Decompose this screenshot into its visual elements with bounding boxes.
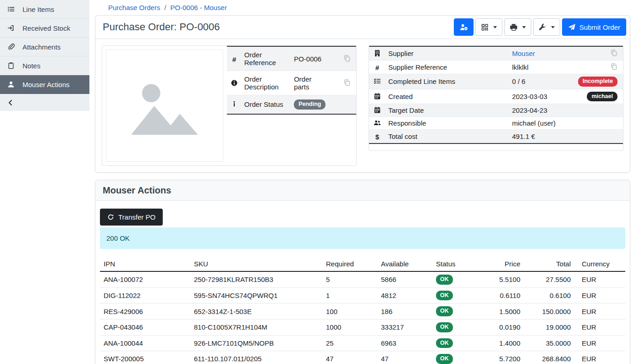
order-details-table: #Order ReferencePO-0006Order Description… bbox=[227, 46, 356, 115]
cell-sku: 810-C1005X7R1H104M bbox=[190, 319, 322, 335]
image-placeholder-icon bbox=[128, 72, 201, 139]
detail-row-target-date: Target Date2023-04-23 bbox=[369, 104, 623, 117]
table-row: DIG-112022595-SN74HCS74QPWRQ114812OK0.61… bbox=[100, 287, 625, 303]
breadcrumb: Purchase Orders/PO-0006 - Mouser bbox=[95, 3, 630, 15]
column-header-sku: SKU bbox=[190, 257, 322, 271]
list-check-icon bbox=[374, 77, 381, 85]
user-icon bbox=[7, 81, 15, 88]
users-icon bbox=[374, 119, 381, 127]
table-row: SWT-200005611-110.107.011/02054747OK5.72… bbox=[100, 351, 625, 364]
cell-sku: 611-110.107.011/0205 bbox=[190, 351, 322, 364]
detail-label: Supplier Reference bbox=[386, 61, 509, 74]
cell-currency: EUR bbox=[574, 335, 625, 351]
sidebar-item-notes[interactable]: Notes bbox=[0, 56, 89, 75]
cell-required: 1000 bbox=[322, 319, 377, 335]
submit-order-button[interactable]: Submit Order bbox=[562, 18, 626, 36]
copy-icon[interactable] bbox=[610, 63, 617, 70]
button-label: Submit Order bbox=[579, 23, 620, 31]
detail-row-extra bbox=[328, 95, 356, 114]
breadcrumb-separator: / bbox=[164, 4, 166, 11]
cell-sku: 652-3314Z-1-503E bbox=[190, 303, 322, 320]
detail-row-created: Created2023-03-03michael bbox=[369, 89, 623, 104]
copy-icon[interactable] bbox=[610, 49, 617, 56]
user-check-icon bbox=[460, 23, 468, 31]
page-title: Purchase Order: PO-0006 bbox=[103, 21, 220, 33]
detail-row-extra: michael bbox=[575, 89, 623, 104]
detail-label: Order Reference bbox=[242, 46, 291, 71]
mouser-actions-panel-header: Mouser Actions bbox=[95, 180, 630, 201]
cell-total: 150.0000 bbox=[524, 303, 574, 320]
clipboard-icon bbox=[7, 62, 15, 69]
detail-label: Completed Line Items bbox=[386, 74, 509, 89]
sidebar-item-label: Line Items bbox=[22, 6, 54, 13]
cell-total: 35.0000 bbox=[524, 335, 574, 351]
detail-label: Supplier bbox=[386, 46, 509, 61]
detail-value-link[interactable]: Mouser bbox=[512, 50, 535, 57]
caret-down-icon bbox=[551, 26, 555, 28]
paperclip-icon bbox=[7, 43, 15, 50]
detail-row-completed-line-items: Completed Line Items0 / 6Incomplete bbox=[369, 74, 623, 89]
detail-row-extra bbox=[328, 46, 356, 71]
cell-status: OK bbox=[432, 287, 478, 303]
detail-row-order-status: Order StatusPending bbox=[227, 95, 356, 114]
qrcode-icon bbox=[481, 23, 489, 31]
copy-icon[interactable] bbox=[343, 79, 351, 86]
main-content: Purchase Orders/PO-0006 - Mouser Purchas… bbox=[89, 0, 634, 364]
column-header-status: Status bbox=[432, 257, 478, 271]
app-window: Line ItemsReceived StockAttachmentsNotes… bbox=[0, 0, 634, 364]
detail-label: Responsible bbox=[386, 117, 509, 130]
ok-status-badge: OK bbox=[436, 354, 453, 364]
barcode-actions-menu[interactable] bbox=[475, 18, 502, 36]
calendar-icon bbox=[374, 106, 381, 114]
breadcrumb-link-purchase-orders[interactable]: Purchase Orders bbox=[108, 4, 160, 11]
sidebar-item-label: Notes bbox=[22, 62, 40, 70]
cell-price: 0.0190 bbox=[478, 319, 524, 335]
printer-icon bbox=[510, 23, 518, 31]
breadcrumb-link-po-0006-mouser[interactable]: PO-0006 - Mouser bbox=[171, 4, 227, 11]
cell-status: OK bbox=[432, 335, 478, 351]
detail-row-order-reference: #Order ReferencePO-0006 bbox=[227, 46, 356, 71]
chevron-left-icon bbox=[7, 99, 14, 106]
ok-status-badge: OK bbox=[436, 338, 453, 348]
order-actions-menu[interactable] bbox=[533, 18, 560, 36]
detail-label: Total cost bbox=[386, 130, 509, 144]
column-header-price: Price bbox=[478, 257, 524, 271]
detail-value: Mouser bbox=[509, 46, 575, 61]
detail-row-responsible: Responsiblemichael (user) bbox=[369, 117, 623, 130]
print-actions-menu[interactable] bbox=[504, 18, 531, 36]
ok-status-badge: OK bbox=[436, 322, 453, 332]
detail-row-extra bbox=[575, 104, 623, 117]
ok-status-badge: OK bbox=[436, 291, 453, 301]
sidebar-item-received-stock[interactable]: Received Stock bbox=[0, 19, 89, 38]
status-badge: Pending bbox=[294, 99, 325, 110]
detail-value: Order parts bbox=[291, 71, 328, 95]
transfer-po-button[interactable]: Transfer PO bbox=[100, 209, 163, 226]
cell-currency: EUR bbox=[574, 351, 625, 364]
cell-currency: EUR bbox=[574, 287, 625, 303]
detail-value: 2023-04-23 bbox=[509, 104, 575, 117]
calendar-icon bbox=[374, 93, 381, 100]
user-roles-button[interactable] bbox=[454, 18, 474, 36]
sidebar-item-line-items[interactable]: Line Items bbox=[0, 0, 89, 19]
cell-required: 100 bbox=[322, 303, 377, 320]
status-alert-text: 200 OK bbox=[106, 234, 130, 242]
ok-status-badge: OK bbox=[436, 275, 453, 285]
sidebar-item-label: Mouser Actions bbox=[22, 81, 70, 88]
cell-price: 5.7200 bbox=[478, 351, 524, 364]
detail-row-extra bbox=[575, 46, 623, 61]
detail-label: Order Description bbox=[242, 71, 291, 95]
copy-icon[interactable] bbox=[343, 55, 351, 62]
sidebar-item-attachments[interactable]: Attachments bbox=[0, 38, 89, 56]
sign-in-icon bbox=[7, 24, 15, 32]
cell-sku: 926-LMC7101QM5/NOPB bbox=[190, 335, 322, 351]
detail-value: 2023-03-03 bbox=[509, 89, 575, 104]
cell-price: 1.4000 bbox=[478, 335, 524, 351]
detail-row-extra: Incomplete bbox=[575, 74, 623, 89]
sidebar-collapse-button[interactable] bbox=[0, 94, 89, 111]
cell-ipn: RES-429006 bbox=[100, 303, 190, 320]
info-icon bbox=[231, 100, 238, 108]
cell-status: OK bbox=[432, 351, 478, 364]
sidebar-item-mouser-actions[interactable]: Mouser Actions bbox=[0, 75, 89, 94]
order-details-table-wrap: #Order ReferencePO-0006Order Description… bbox=[227, 46, 356, 115]
parts-table-body: ANA-100072250-72981KLRATR150B355866OK5.5… bbox=[100, 271, 625, 364]
